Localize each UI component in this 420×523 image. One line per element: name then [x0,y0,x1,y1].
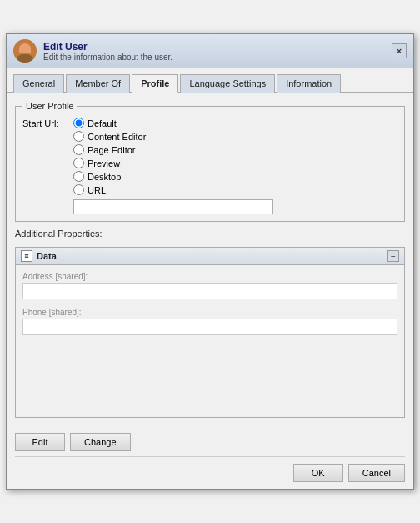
close-button[interactable]: × [392,43,407,58]
radio-preview-label[interactable]: Preview [88,158,120,168]
radio-desktop-label[interactable]: Desktop [88,172,121,182]
radio-preview[interactable] [73,158,84,168]
data-header-left: ≡ Data [21,250,57,262]
title-bar: Edit User Edit the information about the… [7,34,413,68]
edit-user-dialog: Edit User Edit the information about the… [6,33,414,490]
radio-content-editor-label[interactable]: Content Editor [88,132,146,142]
user-avatar-icon [13,39,37,63]
change-button[interactable]: Change [70,433,131,451]
tab-general[interactable]: General [13,74,64,93]
radio-item-desktop: Desktop [73,171,273,182]
data-section: ≡ Data − Address [shared]: Phone [shared [15,247,405,418]
radio-item-preview: Preview [73,158,273,168]
cancel-button[interactable]: Cancel [348,464,405,482]
empty-area [22,344,398,410]
tab-language-settings[interactable]: Language Settings [180,74,275,93]
radio-url-label[interactable]: URL: [88,185,108,195]
radio-page-editor-label[interactable]: Page Editor [88,145,135,155]
tab-content: User Profile Start Url: Default Content … [7,93,413,426]
additional-properties-label: Additional Properties: [15,229,405,239]
radio-content-editor[interactable] [73,131,84,142]
tab-member-of[interactable]: Member Of [66,74,130,93]
address-input[interactable] [22,283,398,299]
user-profile-legend: User Profile [22,101,77,111]
start-url-label: Start Url: [22,118,68,128]
radio-item-page-editor: Page Editor [73,144,273,155]
edit-button[interactable]: Edit [15,433,65,451]
tab-information[interactable]: Information [277,74,341,93]
data-header: ≡ Data − [16,248,404,265]
footer: Edit Change OK Cancel [7,426,413,489]
radio-item-default: Default [73,118,273,128]
dialog-title: Edit User [43,41,172,53]
phone-field-group: Phone [shared]: [22,308,398,335]
tab-bar: General Member Of Profile Language Setti… [7,68,413,93]
radio-item-url: URL: [73,184,273,195]
radio-desktop[interactable] [73,171,84,182]
address-field-group: Address [shared]: [22,272,398,299]
address-label: Address [shared]: [22,272,398,281]
title-info: Edit User Edit the information about the… [43,41,172,62]
title-bar-left: Edit User Edit the information about the… [13,39,172,63]
ok-button[interactable]: OK [293,464,343,482]
dialog-subtitle: Edit the information about the user. [43,53,172,62]
phone-label: Phone [shared]: [22,308,398,317]
radio-default-label[interactable]: Default [88,118,117,128]
radio-item-content-editor: Content Editor [73,131,273,142]
phone-input[interactable] [22,319,398,335]
data-content: Address [shared]: Phone [shared]: [16,265,404,417]
start-url-section: Start Url: Default Content Editor Page E… [22,118,398,214]
footer-bottom-buttons: OK Cancel [15,456,405,482]
tab-profile[interactable]: Profile [132,74,178,93]
data-icon: ≡ [21,250,32,262]
radio-page-editor[interactable] [73,144,84,155]
collapse-button[interactable]: − [388,250,399,262]
url-text-input[interactable] [73,199,273,214]
user-profile-fieldset: User Profile Start Url: Default Content … [15,101,405,222]
radio-group: Default Content Editor Page Editor Previ… [73,118,273,214]
radio-default[interactable] [73,118,84,128]
footer-top-buttons: Edit Change [15,433,405,451]
radio-url[interactable] [73,184,84,195]
data-title: Data [37,251,57,261]
